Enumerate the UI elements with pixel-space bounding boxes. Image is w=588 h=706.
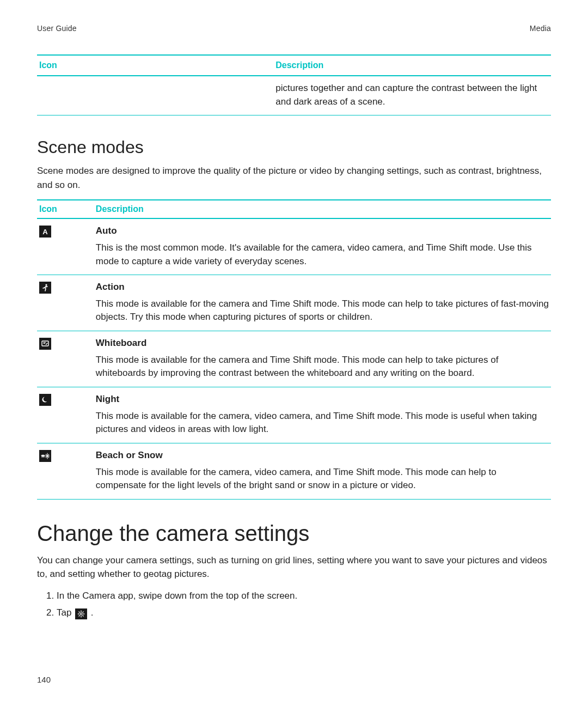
mode-name: Whiteboard (96, 337, 549, 350)
mode-name: Beach or Snow (96, 449, 549, 462)
settings-icon (75, 608, 87, 619)
running-header: User Guide Media (37, 24, 551, 33)
svg-text:A: A (42, 228, 48, 236)
table-row: Night This mode is available for the cam… (37, 387, 551, 443)
header-right: Media (530, 24, 551, 33)
top-table-icon-cell (37, 76, 273, 115)
top-table-header-description: Description (273, 55, 551, 76)
svg-point-9 (80, 613, 82, 616)
auto-icon: A (39, 226, 51, 238)
mode-description: This mode is available for the camera an… (96, 297, 549, 324)
action-icon (39, 282, 51, 294)
beach-snow-icon (39, 450, 51, 462)
scene-table-header-icon: Icon (37, 200, 94, 218)
table-row: Action This mode is available for the ca… (37, 275, 551, 331)
night-icon (39, 394, 51, 406)
svg-line-15 (83, 616, 83, 616)
step-text: In the Camera app, swipe down from the t… (57, 591, 297, 601)
svg-line-16 (83, 612, 83, 612)
step-text-after: . (88, 607, 93, 618)
mode-description: This mode is available for the camera an… (96, 354, 549, 380)
page: User Guide Media Icon Description pictur… (0, 0, 588, 706)
scene-modes-table: Icon Description A Auto This is the most… (37, 199, 551, 500)
scene-modes-intro: Scene modes are designed to improve the … (37, 164, 551, 192)
header-left: User Guide (37, 24, 77, 33)
svg-line-17 (79, 616, 79, 616)
whiteboard-icon (39, 338, 51, 350)
change-settings-intro: You can change your camera settings, suc… (37, 553, 551, 581)
steps-list: In the Camera app, swipe down from the t… (37, 589, 551, 620)
step-text-before: Tap (57, 607, 74, 618)
table-row: A Auto This is the most common mode. It'… (37, 218, 551, 275)
top-continuation-table: Icon Description pictures together and c… (37, 54, 551, 115)
scene-modes-heading: Scene modes (37, 137, 551, 157)
top-table-header-icon: Icon (37, 55, 273, 76)
mode-description: This mode is available for the camera, v… (96, 466, 549, 492)
scene-table-header-description: Description (94, 200, 551, 218)
page-number: 140 (37, 675, 51, 684)
list-item: Tap . (57, 606, 551, 620)
mode-description: This is the most common mode. It's avail… (96, 241, 549, 268)
svg-point-1 (45, 284, 47, 286)
mode-name: Night (96, 393, 549, 406)
svg-line-14 (79, 612, 79, 612)
top-table-desc-cell: pictures together and can capture the co… (273, 76, 551, 115)
mode-name: Action (96, 281, 549, 294)
list-item: In the Camera app, swipe down from the t… (57, 589, 551, 603)
mode-name: Auto (96, 224, 549, 238)
table-row: pictures together and can capture the co… (37, 76, 551, 115)
table-row: Beach or Snow This mode is available for… (37, 443, 551, 499)
table-row: Whiteboard This mode is available for th… (37, 331, 551, 387)
change-settings-heading: Change the camera settings (37, 521, 551, 546)
mode-description: This mode is available for the camera, v… (96, 410, 549, 436)
